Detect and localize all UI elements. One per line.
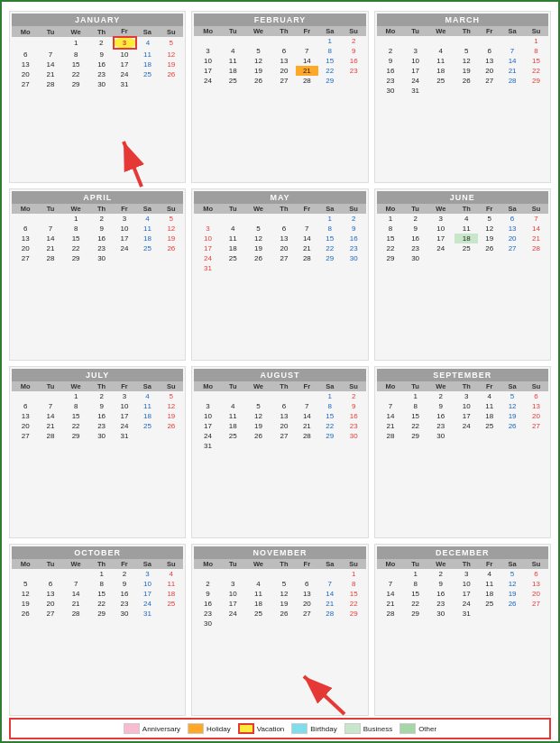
calendar-day[interactable]: 18 — [222, 421, 244, 431]
calendar-day[interactable]: 16 — [194, 599, 221, 609]
calendar-day[interactable]: 3 — [404, 46, 427, 56]
calendar-day[interactable]: 5 — [500, 391, 524, 401]
calendar-day[interactable]: 2 — [342, 36, 366, 46]
calendar-day[interactable]: 3 — [114, 391, 136, 401]
calendar-day[interactable]: 22 — [90, 599, 114, 609]
calendar-day[interactable] — [39, 37, 61, 49]
calendar-day[interactable]: 23 — [90, 69, 114, 79]
calendar-day[interactable]: 29 — [90, 609, 114, 619]
calendar-day[interactable]: 28 — [524, 243, 548, 253]
calendar-day[interactable] — [222, 263, 244, 273]
calendar-day[interactable]: 12 — [454, 56, 478, 66]
calendar-day[interactable]: 20 — [272, 243, 296, 253]
calendar-day[interactable]: 18 — [159, 589, 183, 599]
calendar-day[interactable]: 4 — [222, 46, 244, 56]
calendar-day[interactable]: 22 — [61, 421, 89, 431]
calendar-day[interactable]: 25 — [478, 599, 500, 609]
calendar-day[interactable]: 15 — [524, 56, 548, 66]
calendar-day[interactable]: 21 — [296, 243, 318, 253]
calendar-day[interactable]: 16 — [427, 411, 454, 421]
calendar-day[interactable]: 11 — [427, 56, 454, 66]
calendar-day[interactable]: 3 — [454, 569, 478, 579]
calendar-day[interactable]: 13 — [12, 411, 39, 421]
calendar-day[interactable] — [12, 391, 39, 401]
calendar-day[interactable]: 7 — [500, 46, 524, 56]
calendar-day[interactable] — [61, 569, 89, 579]
calendar-day[interactable]: 14 — [296, 56, 318, 66]
calendar-day[interactable]: 21 — [61, 599, 89, 609]
calendar-day[interactable]: 30 — [427, 431, 454, 441]
calendar-day[interactable]: 22 — [61, 69, 89, 79]
calendar-day[interactable]: 1 — [318, 391, 342, 401]
calendar-day[interactable] — [342, 619, 366, 628]
calendar-day[interactable]: 24 — [427, 243, 454, 253]
calendar-day[interactable]: 27 — [478, 76, 500, 86]
calendar-day[interactable]: 20 — [272, 421, 296, 431]
calendar-day[interactable] — [296, 569, 318, 579]
calendar-day[interactable]: 22 — [524, 66, 548, 76]
calendar-day[interactable]: 25 — [136, 69, 160, 79]
calendar-day[interactable]: 17 — [114, 234, 136, 243]
calendar-day[interactable]: 19 — [159, 234, 183, 243]
calendar-day[interactable]: 22 — [377, 243, 404, 253]
calendar-day[interactable] — [272, 569, 296, 579]
calendar-day[interactable]: 2 — [90, 391, 114, 401]
calendar-day[interactable]: 19 — [159, 411, 183, 421]
calendar-day[interactable]: 22 — [61, 243, 89, 253]
calendar-day[interactable] — [478, 253, 500, 263]
calendar-day[interactable]: 9 — [342, 224, 366, 234]
calendar-day[interactable]: 14 — [296, 411, 318, 421]
calendar-day[interactable] — [296, 214, 318, 224]
calendar-day[interactable]: 16 — [427, 589, 454, 599]
calendar-day[interactable]: 26 — [244, 431, 272, 441]
calendar-day[interactable]: 16 — [404, 234, 427, 243]
calendar-day[interactable]: 9 — [342, 401, 366, 411]
calendar-day[interactable]: 4 — [478, 391, 500, 401]
calendar-day[interactable]: 23 — [90, 421, 114, 431]
calendar-day[interactable]: 16 — [342, 234, 366, 243]
calendar-day[interactable]: 20 — [12, 69, 39, 79]
calendar-day[interactable] — [478, 609, 500, 619]
calendar-day[interactable]: 11 — [222, 411, 244, 421]
calendar-day[interactable]: 28 — [296, 253, 318, 263]
calendar-day[interactable]: 27 — [524, 421, 548, 431]
calendar-day[interactable]: 4 — [454, 214, 478, 224]
calendar-day[interactable]: 21 — [377, 421, 404, 431]
calendar-day[interactable]: 16 — [114, 589, 136, 599]
calendar-day[interactable] — [500, 253, 524, 263]
calendar-day[interactable]: 27 — [272, 431, 296, 441]
calendar-day[interactable] — [194, 214, 221, 224]
calendar-day[interactable]: 25 — [222, 431, 244, 441]
calendar-day[interactable]: 9 — [427, 579, 454, 589]
calendar-day[interactable]: 7 — [377, 401, 404, 411]
calendar-day[interactable]: 25 — [454, 243, 478, 253]
calendar-day[interactable] — [136, 253, 160, 263]
calendar-day[interactable]: 29 — [524, 76, 548, 86]
calendar-day[interactable]: 26 — [159, 421, 183, 431]
calendar-day[interactable]: 8 — [318, 401, 342, 411]
calendar-day[interactable]: 6 — [500, 214, 524, 224]
calendar-day[interactable]: 28 — [296, 76, 318, 86]
calendar-day[interactable]: 13 — [524, 579, 548, 589]
calendar-day[interactable]: 1 — [404, 569, 427, 579]
calendar-day[interactable] — [427, 86, 454, 96]
calendar-day[interactable] — [296, 441, 318, 451]
calendar-day[interactable]: 21 — [500, 66, 524, 76]
calendar-day[interactable]: 13 — [296, 589, 318, 599]
calendar-day[interactable]: 10 — [404, 56, 427, 66]
calendar-day[interactable]: 14 — [318, 589, 342, 599]
calendar-day[interactable]: 21 — [296, 421, 318, 431]
calendar-day[interactable]: 19 — [244, 66, 272, 76]
calendar-day[interactable]: 23 — [194, 609, 221, 619]
calendar-day[interactable]: 8 — [90, 579, 114, 589]
calendar-day[interactable] — [318, 441, 342, 451]
calendar-day[interactable]: 18 — [478, 411, 500, 421]
calendar-day[interactable]: 21 — [39, 243, 61, 253]
calendar-day[interactable]: 2 — [194, 579, 221, 589]
calendar-day[interactable]: 12 — [478, 224, 500, 234]
calendar-day[interactable]: 9 — [90, 49, 114, 60]
calendar-day[interactable] — [377, 391, 404, 401]
calendar-day[interactable]: 12 — [244, 56, 272, 66]
calendar-day[interactable]: 17 — [194, 421, 221, 431]
calendar-day[interactable]: 10 — [454, 579, 478, 589]
